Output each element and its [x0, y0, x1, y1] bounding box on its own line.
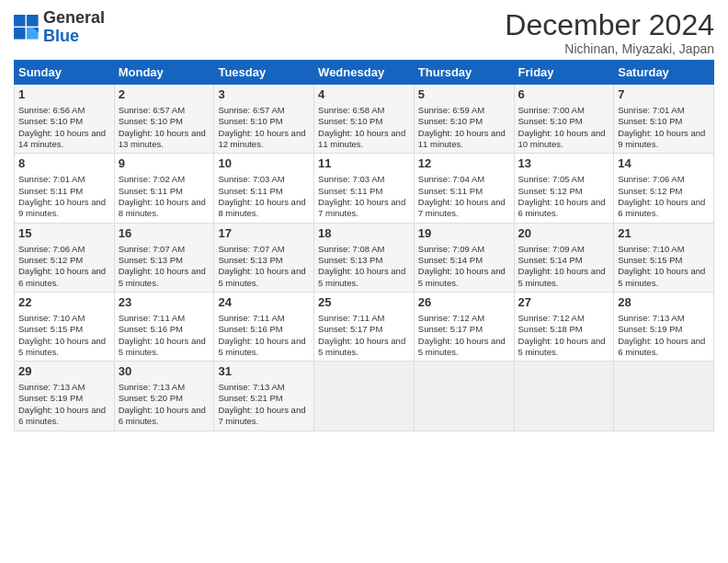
day-number: 3: [218, 87, 310, 103]
daylight-text: Daylight: 10 hours and 5 minutes.: [18, 336, 106, 357]
sunrise-text: Sunrise: 7:03 AM: [318, 174, 384, 184]
sunset-text: Sunset: 5:11 PM: [218, 186, 282, 196]
sunrise-text: Sunrise: 7:11 AM: [318, 313, 384, 323]
sunrise-text: Sunrise: 7:12 AM: [418, 313, 484, 323]
day-number: 19: [418, 226, 510, 242]
day-number: 24: [218, 295, 310, 311]
daylight-text: Daylight: 10 hours and 11 minutes.: [318, 128, 405, 149]
table-row: 3Sunrise: 6:57 AMSunset: 5:10 PMDaylight…: [214, 85, 314, 154]
daylight-text: Daylight: 10 hours and 5 minutes.: [218, 336, 305, 357]
table-row: 24Sunrise: 7:11 AMSunset: 5:16 PMDayligh…: [214, 292, 314, 361]
sunset-text: Sunset: 5:20 PM: [119, 393, 183, 403]
table-row: 4Sunrise: 6:58 AMSunset: 5:10 PMDaylight…: [314, 85, 415, 154]
daylight-text: Daylight: 10 hours and 5 minutes.: [119, 336, 206, 357]
daylight-text: Daylight: 10 hours and 10 minutes.: [518, 128, 606, 149]
day-number: 17: [218, 226, 310, 242]
sunrise-text: Sunrise: 7:03 AM: [218, 174, 284, 184]
sunrise-text: Sunrise: 7:05 AM: [518, 174, 585, 184]
calendar-table: Sunday Monday Tuesday Wednesday Thursday…: [14, 60, 714, 431]
day-number: 7: [618, 87, 710, 103]
day-number: 8: [18, 156, 110, 172]
day-number: 25: [318, 295, 410, 311]
table-row: 22Sunrise: 7:10 AMSunset: 5:15 PMDayligh…: [15, 292, 115, 361]
daylight-text: Daylight: 10 hours and 8 minutes.: [218, 197, 305, 218]
sunrise-text: Sunrise: 6:58 AM: [318, 105, 384, 115]
day-number: 28: [618, 295, 710, 311]
col-tuesday: Tuesday: [214, 61, 314, 85]
table-row: 13Sunrise: 7:05 AMSunset: 5:12 PMDayligh…: [514, 154, 614, 223]
daylight-text: Daylight: 10 hours and 5 minutes.: [518, 336, 606, 357]
daylight-text: Daylight: 10 hours and 5 minutes.: [318, 336, 405, 357]
table-row: 14Sunrise: 7:06 AMSunset: 5:12 PMDayligh…: [614, 154, 714, 223]
table-row: 17Sunrise: 7:07 AMSunset: 5:13 PMDayligh…: [214, 223, 314, 292]
calendar-row: 15Sunrise: 7:06 AMSunset: 5:12 PMDayligh…: [15, 223, 714, 292]
sunset-text: Sunset: 5:12 PM: [18, 255, 83, 265]
sunset-text: Sunset: 5:10 PM: [318, 116, 382, 126]
sunset-text: Sunset: 5:16 PM: [218, 324, 282, 334]
sunrise-text: Sunrise: 7:01 AM: [18, 174, 85, 184]
daylight-text: Daylight: 10 hours and 5 minutes.: [618, 266, 705, 287]
day-number: 22: [18, 295, 110, 311]
sunrise-text: Sunrise: 7:11 AM: [119, 313, 185, 323]
logo-general-text: General: [43, 8, 105, 27]
day-number: 5: [418, 87, 510, 103]
table-row: 31Sunrise: 7:13 AMSunset: 5:21 PMDayligh…: [214, 362, 314, 431]
svg-rect-0: [14, 15, 26, 27]
sunrise-text: Sunrise: 7:02 AM: [119, 174, 185, 184]
sunset-text: Sunset: 5:10 PM: [218, 116, 282, 126]
table-row: 7Sunrise: 7:01 AMSunset: 5:10 PMDaylight…: [614, 85, 714, 154]
day-number: 1: [18, 87, 110, 103]
table-row: 8Sunrise: 7:01 AMSunset: 5:11 PMDaylight…: [15, 154, 115, 223]
table-row: 23Sunrise: 7:11 AMSunset: 5:16 PMDayligh…: [114, 292, 214, 361]
table-row: 9Sunrise: 7:02 AMSunset: 5:11 PMDaylight…: [114, 154, 214, 223]
sunrise-text: Sunrise: 7:11 AM: [218, 313, 284, 323]
sunrise-text: Sunrise: 7:12 AM: [518, 313, 585, 323]
svg-rect-1: [27, 15, 39, 27]
sunrise-text: Sunrise: 7:13 AM: [618, 313, 684, 323]
table-row: 1Sunrise: 6:56 AMSunset: 5:10 PMDaylight…: [15, 85, 115, 154]
location-text: Nichinan, Miyazaki, Japan: [505, 41, 714, 56]
sunset-text: Sunset: 5:16 PM: [119, 324, 183, 334]
table-row: 20Sunrise: 7:09 AMSunset: 5:14 PMDayligh…: [514, 223, 614, 292]
table-row: 28Sunrise: 7:13 AMSunset: 5:19 PMDayligh…: [614, 292, 714, 361]
sunrise-text: Sunrise: 7:08 AM: [318, 244, 384, 254]
sunrise-text: Sunrise: 7:06 AM: [18, 244, 85, 254]
daylight-text: Daylight: 10 hours and 6 minutes.: [18, 266, 106, 287]
sunrise-text: Sunrise: 6:56 AM: [18, 105, 85, 115]
sunset-text: Sunset: 5:12 PM: [618, 186, 682, 196]
sunset-text: Sunset: 5:13 PM: [218, 255, 282, 265]
day-number: 16: [119, 226, 210, 242]
day-number: 2: [119, 87, 210, 103]
daylight-text: Daylight: 10 hours and 5 minutes.: [218, 266, 305, 287]
daylight-text: Daylight: 10 hours and 5 minutes.: [119, 266, 206, 287]
daylight-text: Daylight: 10 hours and 7 minutes.: [318, 197, 405, 218]
col-thursday: Thursday: [414, 61, 514, 85]
table-row: [414, 362, 514, 431]
day-number: 23: [119, 295, 210, 311]
sunrise-text: Sunrise: 6:57 AM: [218, 105, 284, 115]
daylight-text: Daylight: 10 hours and 5 minutes.: [318, 266, 405, 287]
day-number: 4: [318, 87, 410, 103]
table-row: 2Sunrise: 6:57 AMSunset: 5:10 PMDaylight…: [114, 85, 214, 154]
day-number: 29: [18, 364, 110, 380]
header-row: Sunday Monday Tuesday Wednesday Thursday…: [15, 61, 714, 85]
sunset-text: Sunset: 5:10 PM: [119, 116, 183, 126]
sunset-text: Sunset: 5:18 PM: [518, 324, 583, 334]
sunrise-text: Sunrise: 7:09 AM: [518, 244, 585, 254]
title-block: December 2024 Nichinan, Miyazaki, Japan: [505, 9, 714, 56]
sunset-text: Sunset: 5:10 PM: [518, 116, 583, 126]
col-monday: Monday: [114, 61, 214, 85]
daylight-text: Daylight: 10 hours and 13 minutes.: [119, 128, 206, 149]
day-number: 13: [518, 156, 610, 172]
sunset-text: Sunset: 5:15 PM: [18, 324, 83, 334]
table-row: 16Sunrise: 7:07 AMSunset: 5:13 PMDayligh…: [114, 223, 214, 292]
table-row: 27Sunrise: 7:12 AMSunset: 5:18 PMDayligh…: [514, 292, 614, 361]
col-saturday: Saturday: [614, 61, 714, 85]
logo-icon: [14, 15, 40, 40]
daylight-text: Daylight: 10 hours and 6 minutes.: [618, 336, 705, 357]
sunset-text: Sunset: 5:11 PM: [318, 186, 382, 196]
table-row: 10Sunrise: 7:03 AMSunset: 5:11 PMDayligh…: [214, 154, 314, 223]
logo-blue-text: Blue: [43, 27, 79, 45]
table-row: [614, 362, 714, 431]
day-number: 20: [518, 226, 610, 242]
